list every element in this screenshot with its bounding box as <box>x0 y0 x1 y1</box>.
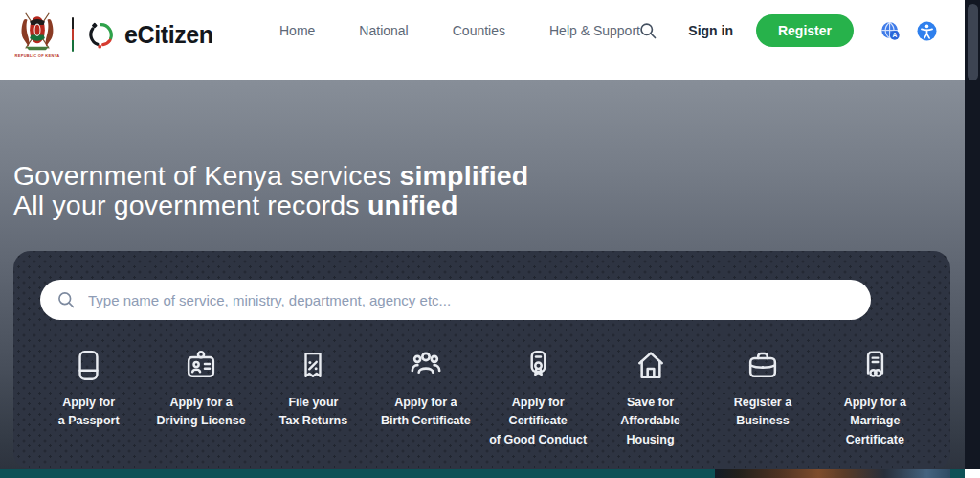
service-marriage-certificate[interactable]: Apply for a Marriage Certificate <box>819 345 931 449</box>
service-search-bar <box>40 280 871 320</box>
service-register-business[interactable]: Register a Business <box>706 345 818 449</box>
brand-home-link[interactable]: REPUBLIC OF KENYA eCitizen <box>15 8 213 61</box>
search-icon <box>56 290 76 309</box>
service-label: Register a Business <box>734 394 791 431</box>
service-label: Apply for Certificate of Good Conduct <box>489 394 587 449</box>
affordable-housing-icon <box>633 347 669 383</box>
kenya-coat-of-arms: REPUBLIC OF KENYA <box>15 11 59 57</box>
coat-of-arms-caption: REPUBLIC OF KENYA <box>15 53 60 57</box>
register-business-icon <box>745 347 781 383</box>
service-affordable-housing[interactable]: Save for Affordable Housing <box>594 345 706 449</box>
brand-name: eCitizen <box>124 21 213 49</box>
search-icon[interactable] <box>638 21 657 40</box>
ecitizen-logo-icon <box>86 20 116 50</box>
quick-services-row: Apply for a Passport Apply for a Driving… <box>33 345 931 449</box>
headline-line2-emphasis: unified <box>368 190 458 220</box>
service-tax-returns[interactable]: File your Tax Returns <box>257 345 369 449</box>
kenya-coat-of-arms-icon <box>17 11 57 52</box>
register-button[interactable]: Register <box>756 14 854 47</box>
accessibility-icon[interactable] <box>917 21 937 41</box>
passport-icon <box>71 348 106 383</box>
svg-text:A: A <box>892 32 897 38</box>
scrollbar-track[interactable] <box>965 0 980 469</box>
service-good-conduct[interactable]: Apply for Certificate of Good Conduct <box>482 345 594 449</box>
service-label: File your Tax Returns <box>279 394 347 431</box>
nav-item-national[interactable]: National <box>359 23 408 38</box>
good-conduct-icon <box>521 348 556 383</box>
tax-returns-icon <box>296 349 330 383</box>
nav-item-home[interactable]: Home <box>279 23 315 38</box>
birth-certificate-icon <box>407 345 445 383</box>
hero-section: Government of Kenya services simplified … <box>0 80 965 469</box>
service-label: Apply for a Marriage Certificate <box>844 394 906 449</box>
service-label: Apply for a Passport <box>58 394 120 431</box>
headline-line1-emphasis: simplified <box>399 160 528 191</box>
service-label: Apply for a Driving License <box>157 394 246 431</box>
nav-item-counties[interactable]: Counties <box>453 23 505 38</box>
next-section-preview <box>0 469 965 478</box>
scrollbar-corner <box>965 469 980 478</box>
hero-headline: Government of Kenya services simplified … <box>13 161 528 219</box>
service-passport[interactable]: Apply for a Passport <box>33 345 145 449</box>
service-search-input[interactable] <box>86 291 855 309</box>
driving-license-icon <box>183 347 219 383</box>
service-birth-certificate[interactable]: Apply for a Birth Certificate <box>369 345 481 449</box>
marriage-certificate-icon <box>858 348 893 383</box>
header-actions: Sign in Register A <box>638 0 937 61</box>
main-nav: Home National Counties Help & Support <box>279 0 640 61</box>
translate-globe-icon[interactable]: A <box>880 21 901 41</box>
service-label: Apply for a Birth Certificate <box>381 394 471 431</box>
ecitizen-homepage: REPUBLIC OF KENYA eCitizen Home National… <box>0 0 980 478</box>
next-section-photo <box>715 469 950 478</box>
nav-item-help-support[interactable]: Help & Support <box>549 23 640 38</box>
headline-line1: Government of Kenya services <box>13 160 399 191</box>
flag-divider <box>72 17 74 52</box>
scrollbar-thumb[interactable] <box>968 4 978 80</box>
sign-in-button[interactable]: Sign in <box>688 23 733 38</box>
headline-line2: All your government records <box>13 190 368 220</box>
top-header: REPUBLIC OF KENYA eCitizen Home National… <box>0 0 965 80</box>
service-driving-license[interactable]: Apply for a Driving License <box>145 345 256 449</box>
service-label: Save for Affordable Housing <box>620 394 680 449</box>
search-panel: Apply for a Passport Apply for a Driving… <box>13 251 950 469</box>
